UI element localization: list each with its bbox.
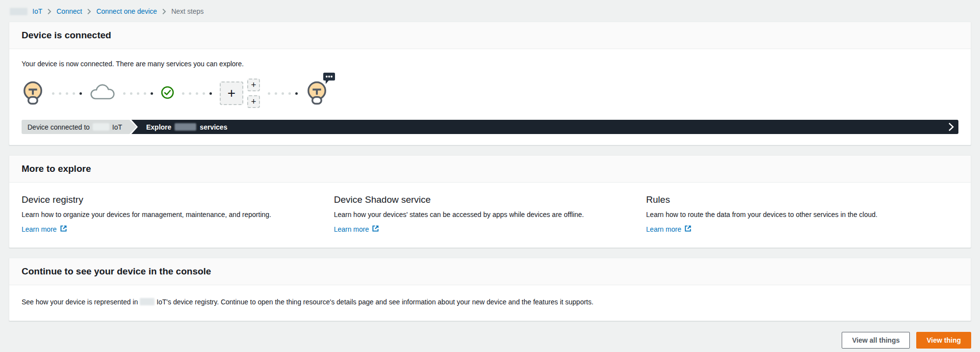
card-title: Device registry bbox=[22, 194, 334, 205]
chevron-right-icon bbox=[162, 8, 166, 15]
progress-step1-text: Device connected to bbox=[27, 123, 90, 131]
breadcrumb-current: Next steps bbox=[171, 7, 204, 15]
progress-step-device-connected: Device connected to IoT bbox=[22, 120, 136, 134]
breadcrumb: IoT Connect Connect one device Next step… bbox=[0, 0, 980, 22]
progress-step-explore-services: Explore services bbox=[131, 120, 958, 134]
dotted-connector bbox=[123, 92, 153, 95]
panel-title: More to explore bbox=[22, 163, 958, 174]
plus-icon[interactable]: + bbox=[247, 79, 260, 91]
external-link-icon bbox=[60, 225, 67, 234]
breadcrumb-link-iot[interactable]: IoT bbox=[32, 7, 42, 15]
panel-header: Device is connected bbox=[9, 22, 971, 49]
panel-title: Continue to see your device in the conso… bbox=[22, 266, 958, 277]
plus-icon[interactable]: + bbox=[220, 81, 243, 105]
redacted-text bbox=[10, 8, 27, 15]
card-rules: Rules Learn how to route the data from y… bbox=[646, 194, 958, 234]
redacted-text bbox=[140, 298, 155, 305]
card-device-shadow-service: Device Shadow service Learn how your dev… bbox=[334, 194, 646, 234]
card-description: Learn how your devices' states can be ac… bbox=[334, 210, 646, 219]
connection-flow-diagram: + + + bbox=[22, 78, 958, 109]
device-connected-panel: Device is connected Your device is now c… bbox=[9, 22, 971, 145]
chevron-right-icon[interactable] bbox=[948, 122, 954, 133]
learn-more-label: Learn more bbox=[646, 225, 681, 233]
dotted-connector bbox=[52, 92, 82, 95]
learn-more-link[interactable]: Learn more bbox=[22, 225, 67, 234]
learn-more-label: Learn more bbox=[22, 225, 57, 233]
dotted-connector bbox=[182, 92, 212, 95]
card-description: Learn how to route the data from your de… bbox=[646, 210, 958, 219]
learn-more-label: Learn more bbox=[334, 225, 369, 233]
cloud-icon bbox=[90, 83, 115, 104]
page-actions: View all things View thing bbox=[9, 332, 971, 349]
explore-cards: Device registry Learn how to organize yo… bbox=[9, 183, 971, 247]
more-to-explore-panel: More to explore Device registry Learn ho… bbox=[9, 155, 971, 248]
continue-description: See how your device is represented in Io… bbox=[9, 285, 971, 321]
wizard-progress-bar: Explore services Device connected to IoT bbox=[22, 120, 958, 134]
view-all-things-button[interactable]: View all things bbox=[842, 332, 910, 349]
device-bulb-message-icon bbox=[306, 81, 328, 106]
panel-title: Device is connected bbox=[22, 30, 958, 41]
view-thing-button[interactable]: View thing bbox=[916, 332, 971, 349]
card-device-registry: Device registry Learn how to organize yo… bbox=[22, 194, 334, 234]
add-services-placeholder: + + + bbox=[220, 79, 260, 108]
redacted-text bbox=[93, 123, 109, 131]
dotted-connector bbox=[268, 92, 298, 95]
card-title: Device Shadow service bbox=[334, 194, 646, 205]
panel-body: Your device is now connected. There are … bbox=[9, 49, 971, 145]
continue-text-prefix: See how your device is represented in bbox=[22, 298, 138, 306]
external-link-icon bbox=[372, 225, 379, 234]
message-bubble-icon bbox=[323, 73, 335, 86]
learn-more-link[interactable]: Learn more bbox=[334, 225, 380, 234]
breadcrumb-link-connect-one-device[interactable]: Connect one device bbox=[96, 7, 157, 15]
chevron-right-icon bbox=[47, 8, 52, 15]
plus-box-column: + + bbox=[247, 79, 260, 108]
continue-panel: Continue to see your device in the conso… bbox=[9, 258, 971, 321]
redacted-text bbox=[175, 123, 196, 131]
progress-step2-text: Explore bbox=[146, 123, 171, 131]
success-check-icon bbox=[161, 86, 174, 101]
breadcrumb-link-connect[interactable]: Connect bbox=[56, 7, 82, 15]
panel-header: More to explore bbox=[9, 156, 971, 183]
learn-more-link[interactable]: Learn more bbox=[646, 225, 692, 234]
external-link-icon bbox=[684, 225, 692, 234]
card-description: Learn how to organize your devices for m… bbox=[22, 210, 334, 219]
progress-step1-text2: IoT bbox=[112, 123, 122, 131]
panel-header: Continue to see your device in the conso… bbox=[9, 258, 971, 285]
continue-text-suffix: IoT's device registry. Continue to open … bbox=[156, 298, 593, 306]
chevron-right-icon bbox=[87, 8, 91, 15]
intro-text: Your device is now connected. There are … bbox=[22, 59, 958, 69]
progress-step2-text2: services bbox=[200, 123, 227, 131]
device-bulb-icon bbox=[22, 81, 44, 106]
card-title: Rules bbox=[646, 194, 958, 205]
plus-icon[interactable]: + bbox=[247, 95, 260, 108]
